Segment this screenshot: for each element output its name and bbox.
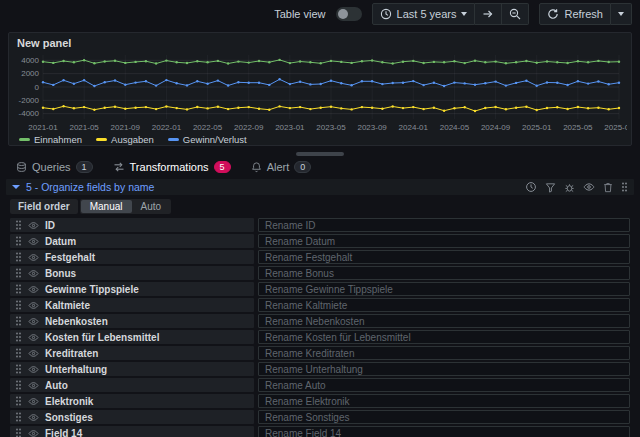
eye-icon[interactable] bbox=[28, 381, 39, 390]
rename-input[interactable] bbox=[258, 282, 630, 296]
tab-transformations[interactable]: Transformations 5 bbox=[105, 158, 239, 175]
legend-color-dash bbox=[168, 138, 179, 141]
time-series-chart[interactable]: 400020000-2000-40002021-012021-052021-09… bbox=[9, 51, 631, 133]
eye-icon[interactable] bbox=[28, 285, 39, 294]
legend-item[interactable]: Ausgaben bbox=[96, 134, 154, 145]
collapse-icon[interactable] bbox=[12, 185, 20, 189]
chart-canvas[interactable]: 400020000-2000-40002021-012021-052021-09… bbox=[13, 51, 627, 133]
legend-label: Ausgaben bbox=[111, 134, 154, 145]
field-cell[interactable]: Kreditraten bbox=[10, 346, 254, 360]
field-cell[interactable]: Field 14 bbox=[10, 426, 254, 437]
drag-handle-icon[interactable] bbox=[15, 396, 22, 406]
legend-item[interactable]: Gewinn/Verlust bbox=[168, 134, 247, 145]
caret-down-icon bbox=[461, 12, 467, 16]
eye-icon[interactable] bbox=[28, 333, 39, 342]
drag-handle-icon[interactable] bbox=[15, 268, 22, 278]
order-mode-manual[interactable]: Manual bbox=[81, 200, 132, 213]
svg-text:2021-09: 2021-09 bbox=[111, 123, 141, 132]
eye-icon[interactable] bbox=[28, 301, 39, 310]
field-name: Datum bbox=[45, 236, 76, 247]
rename-input[interactable] bbox=[258, 266, 630, 280]
pane-splitter[interactable] bbox=[0, 150, 640, 158]
tab-alert[interactable]: Alert 0 bbox=[243, 158, 320, 175]
debug-icon[interactable] bbox=[564, 182, 575, 193]
rename-input[interactable] bbox=[258, 410, 630, 424]
rename-input[interactable] bbox=[258, 218, 630, 232]
field-name: Bonus bbox=[45, 268, 76, 279]
drag-handle-icon[interactable] bbox=[15, 284, 22, 294]
drag-handle-icon[interactable] bbox=[15, 380, 22, 390]
rename-input[interactable] bbox=[258, 394, 630, 408]
eye-icon[interactable] bbox=[28, 365, 39, 374]
field-cell[interactable]: Nebenkosten bbox=[10, 314, 254, 328]
order-mode-group: Manual Auto bbox=[80, 199, 171, 214]
zoom-out-button[interactable] bbox=[502, 3, 529, 25]
field-cell[interactable]: Kosten für Lebensmittel bbox=[10, 330, 254, 344]
drag-handle-icon[interactable] bbox=[15, 300, 22, 310]
table-view-toggle[interactable] bbox=[336, 7, 362, 21]
time-range-picker[interactable]: Last 5 years bbox=[372, 3, 476, 25]
drag-handle-icon[interactable] bbox=[15, 364, 22, 374]
field-cell[interactable]: Elektronik bbox=[10, 394, 254, 408]
tab-queries[interactable]: Queries 1 bbox=[8, 158, 101, 175]
field-cell[interactable]: Festgehalt bbox=[10, 250, 254, 264]
transformation-header: 5 - Organize fields by name bbox=[6, 179, 634, 195]
eye-icon[interactable] bbox=[28, 269, 39, 278]
field-cell[interactable]: Kaltmiete bbox=[10, 298, 254, 312]
splitter-handle[interactable] bbox=[296, 152, 344, 156]
tab-label: Queries bbox=[32, 161, 71, 173]
rename-input[interactable] bbox=[258, 250, 630, 264]
tab-label: Transformations bbox=[130, 161, 209, 173]
eye-icon[interactable] bbox=[28, 237, 39, 246]
rename-input[interactable] bbox=[258, 298, 630, 312]
rename-input[interactable] bbox=[258, 378, 630, 392]
drag-handle-icon[interactable] bbox=[15, 348, 22, 358]
drag-handle-icon[interactable] bbox=[15, 236, 22, 246]
panel-title[interactable]: New panel bbox=[9, 33, 631, 51]
drag-handle-icon[interactable] bbox=[15, 316, 22, 326]
refresh-label: Refresh bbox=[564, 8, 603, 20]
rename-input[interactable] bbox=[258, 362, 630, 376]
eye-icon[interactable] bbox=[28, 429, 39, 437]
eye-icon[interactable] bbox=[28, 221, 39, 230]
hide-icon[interactable] bbox=[583, 182, 595, 192]
field-cell[interactable]: Bonus bbox=[10, 266, 254, 280]
chart-legend: EinnahmenAusgabenGewinn/Verlust bbox=[9, 133, 631, 146]
transform-icon bbox=[113, 161, 125, 173]
eye-icon[interactable] bbox=[28, 413, 39, 422]
remove-icon[interactable] bbox=[603, 182, 613, 193]
eye-icon[interactable] bbox=[28, 349, 39, 358]
drag-handle-icon[interactable] bbox=[15, 252, 22, 262]
rename-input[interactable] bbox=[258, 234, 630, 248]
rename-input[interactable] bbox=[258, 346, 630, 360]
drag-handle-icon[interactable] bbox=[15, 332, 22, 342]
filter-icon[interactable] bbox=[545, 182, 556, 193]
drag-handle-icon[interactable] bbox=[15, 220, 22, 230]
eye-icon[interactable] bbox=[28, 317, 39, 326]
eye-icon[interactable] bbox=[28, 253, 39, 262]
drag-handle-icon[interactable] bbox=[15, 428, 22, 437]
drag-handle-icon[interactable] bbox=[621, 182, 628, 192]
svg-text:2022-05: 2022-05 bbox=[193, 123, 223, 132]
eye-icon[interactable] bbox=[28, 397, 39, 406]
order-mode-auto[interactable]: Auto bbox=[132, 200, 171, 213]
history-icon[interactable] bbox=[525, 181, 537, 193]
drag-handle-icon[interactable] bbox=[15, 412, 22, 422]
field-cell[interactable]: Unterhaltung bbox=[10, 362, 254, 376]
time-forward-button[interactable] bbox=[475, 3, 502, 25]
field-cell[interactable]: Gewinne Tippspiele bbox=[10, 282, 254, 296]
rename-input[interactable] bbox=[258, 426, 630, 437]
rename-input[interactable] bbox=[258, 314, 630, 328]
arrow-right-icon bbox=[482, 8, 494, 20]
rename-input[interactable] bbox=[258, 330, 630, 344]
refresh-button[interactable]: Refresh bbox=[539, 3, 611, 25]
field-cell[interactable]: Datum bbox=[10, 234, 254, 248]
field-cell[interactable]: Auto bbox=[10, 378, 254, 392]
field-row: Field 14 bbox=[10, 426, 630, 437]
field-cell[interactable]: Sonstiges bbox=[10, 410, 254, 424]
field-cell[interactable]: ID bbox=[10, 218, 254, 232]
refresh-interval-button[interactable] bbox=[611, 3, 632, 25]
transformation-title[interactable]: 5 - Organize fields by name bbox=[26, 181, 154, 193]
legend-item[interactable]: Einnahmen bbox=[19, 134, 82, 145]
table-view-label: Table view bbox=[274, 8, 325, 20]
